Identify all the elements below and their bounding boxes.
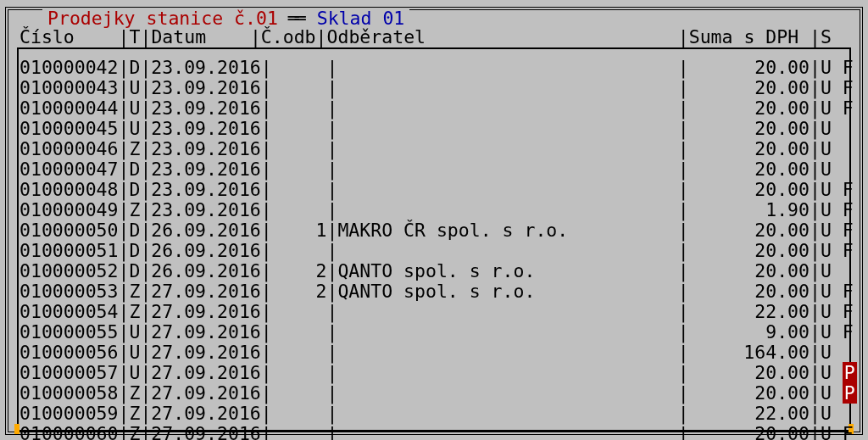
table-row[interactable]: 010000060|Z|27.09.2016| | | 20.00|U F [19, 424, 849, 440]
cell-cislo: 010000048 [19, 179, 119, 200]
cell-cislo: 010000055 [19, 321, 119, 343]
cell-cislo: 010000044 [19, 97, 119, 119]
cell-cislo: 010000059 [19, 403, 119, 424]
cell-flag: F [843, 240, 854, 261]
table-row[interactable]: 010000055|U|27.09.2016| | | 9.00|U F [19, 322, 849, 343]
table-row[interactable]: 010000059|Z|27.09.2016| | | 22.00|U [19, 404, 849, 424]
col-t: T [129, 26, 140, 47]
cell-flag: F [843, 199, 854, 220]
cell-flag: F [843, 97, 854, 119]
cell-cislo: 010000049 [19, 199, 119, 220]
table-row[interactable]: 010000046|Z|23.09.2016| | | 20.00|U [19, 139, 849, 159]
table-row[interactable]: 010000045|U|23.09.2016| | | 20.00|U [19, 119, 849, 139]
cell-cislo: 010000054 [19, 301, 119, 322]
terminal-screen: Prodejky stanice č.01 ══ Sklad 01 Číslo … [0, 0, 868, 440]
cell-cislo: 010000047 [19, 159, 119, 180]
cell-cislo: 010000051 [19, 240, 119, 261]
window-frame: Prodejky stanice č.01 ══ Sklad 01 Číslo … [5, 7, 863, 435]
cell-flag: F [843, 179, 854, 200]
col-cislo: Číslo [19, 26, 75, 47]
table-row[interactable]: 010000057|U|27.09.2016| | | 20.00|U P [19, 363, 849, 383]
cell-flag: F [843, 77, 854, 98]
table-body: 010000042|D|23.09.2016| | | 20.00|U F010… [19, 58, 849, 440]
table-row[interactable]: 010000044|U|23.09.2016| | | 20.00|U F [19, 98, 849, 119]
cell-flag: P [843, 362, 857, 383]
table-header: Číslo |T|Datum |Č.odb|Odběratel |Suma s … [19, 27, 849, 47]
table-row[interactable]: 010000053|Z|27.09.2016| 2|QANTO spol. s … [19, 281, 849, 302]
col-suma: Suma s DPH [689, 26, 798, 47]
cell-cislo: 010000045 [19, 118, 119, 139]
table-row[interactable]: 010000051|D|26.09.2016| | | 20.00|U F [19, 241, 849, 261]
table-row[interactable]: 010000049|Z|23.09.2016| | | 1.90|U F [19, 200, 849, 220]
cell-flag: F [843, 301, 854, 322]
cell-cislo: 010000046 [19, 138, 119, 159]
cell-flag: F [843, 57, 854, 78]
cell-cislo: 010000050 [19, 220, 119, 241]
cell-flag: F [843, 281, 854, 302]
col-s: S [821, 26, 832, 47]
col-codb: Č.odb [261, 26, 316, 47]
cell-cislo: 010000043 [19, 77, 119, 98]
header-separator [19, 47, 849, 49]
table-row[interactable]: 010000052|D|26.09.2016| 2|QANTO spol. s … [19, 261, 849, 281]
cell-flag: P [843, 382, 857, 404]
cell-flag: F [843, 423, 854, 440]
col-odberatel: Odběratel [327, 26, 426, 47]
col-datum: Datum [151, 26, 206, 47]
cell-cislo: 010000042 [19, 57, 119, 78]
cell-flag: F [843, 220, 854, 241]
cell-cislo: 010000060 [19, 423, 119, 440]
cell-cislo: 010000052 [19, 260, 119, 281]
cell-cislo: 010000053 [19, 281, 119, 302]
frame-inner-left [17, 47, 19, 432]
table-row[interactable]: 010000056|U|27.09.2016| | | 164.00|U [19, 343, 849, 363]
cell-cislo: 010000057 [19, 362, 119, 383]
cell-cislo: 010000058 [19, 382, 119, 404]
table-row[interactable]: 010000042|D|23.09.2016| | | 20.00|U F [19, 58, 849, 78]
table-row[interactable]: 010000048|D|23.09.2016| | | 20.00|U F [19, 180, 849, 200]
table-row[interactable]: 010000047|D|23.09.2016| | | 20.00|U [19, 159, 849, 180]
cell-flag: F [843, 321, 854, 343]
cell-cislo: 010000056 [19, 342, 119, 363]
table-row[interactable]: 010000050|D|26.09.2016| 1|MAKRO ČR spol.… [19, 220, 849, 241]
table-row[interactable]: 010000058|Z|27.09.2016| | | 20.00|U P [19, 383, 849, 404]
table-row[interactable]: 010000043|U|23.09.2016| | | 20.00|U F [19, 78, 849, 98]
table-row[interactable]: 010000054|Z|27.09.2016| | | 22.00|U F [19, 302, 849, 322]
